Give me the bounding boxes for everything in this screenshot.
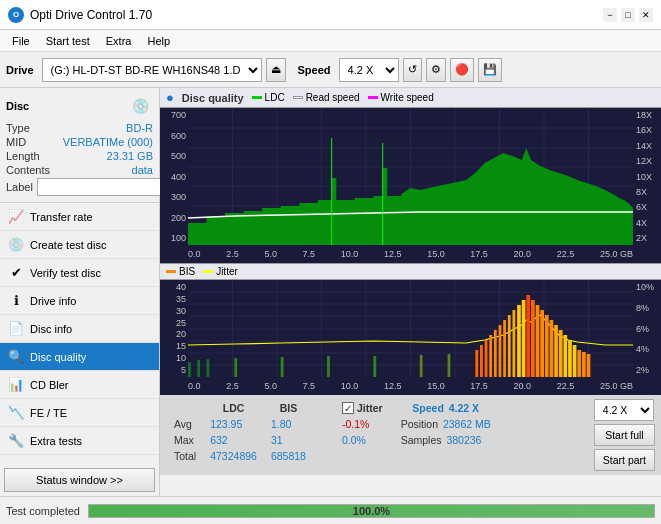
jitter-checkbox-row: ✓ Jitter <box>342 402 383 414</box>
create-disc-icon: 💿 <box>8 237 24 253</box>
position-value: 23862 MB <box>443 418 491 430</box>
menu-extra[interactable]: Extra <box>98 33 140 49</box>
jitter-checkbox[interactable]: ✓ <box>342 402 354 414</box>
menu-start-test[interactable]: Start test <box>38 33 98 49</box>
avg-jitter: -0.1% <box>336 417 393 431</box>
svg-rect-51 <box>559 330 563 377</box>
svg-rect-35 <box>485 340 488 377</box>
menu-help[interactable]: Help <box>139 33 178 49</box>
svg-rect-50 <box>554 325 558 377</box>
disc-mid-value: VERBATIMe (000) <box>63 136 153 148</box>
max-label: Max <box>168 433 202 447</box>
chart1-area: 700 600 500 400 300 200 100 18X 16X 14X … <box>160 108 661 263</box>
svg-rect-44 <box>526 295 530 377</box>
save-button[interactable]: 💾 <box>478 58 502 82</box>
svg-rect-40 <box>508 315 511 377</box>
svg-rect-45 <box>531 300 535 377</box>
legend-jitter: Jitter <box>203 266 238 277</box>
total-bis: 685818 <box>265 449 312 463</box>
transfer-rate-icon: 📈 <box>8 209 24 225</box>
sidebar-item-cd-bler[interactable]: 📊 CD Bler <box>0 371 159 399</box>
drive-select[interactable]: (G:) HL-DT-ST BD-RE WH16NS48 1.D3 <box>42 58 262 82</box>
sidebar-item-extra-tests[interactable]: 🔧 Extra tests <box>0 427 159 455</box>
verify-disc-icon: ✔ <box>8 265 24 281</box>
eject-button[interactable]: ⏏ <box>266 58 286 82</box>
disc-icon-button[interactable]: 💿 <box>128 94 153 118</box>
sidebar: Disc 💿 Type BD-R MID VERBATIMe (000) Len… <box>0 88 160 496</box>
legend-write-speed: Write speed <box>368 92 434 103</box>
svg-rect-39 <box>503 320 506 377</box>
close-button[interactable]: ✕ <box>639 8 653 22</box>
svg-rect-64 <box>373 356 376 377</box>
bis-header: BIS <box>265 401 312 415</box>
svg-rect-47 <box>540 310 544 377</box>
avg-bis: 1.80 <box>265 417 312 431</box>
svg-rect-36 <box>489 335 492 377</box>
stats-panel: LDC BIS ✓ Jitter Speed 4.22 X <box>160 395 661 475</box>
svg-rect-33 <box>475 350 478 377</box>
svg-rect-54 <box>573 345 577 377</box>
sidebar-item-label: Verify test disc <box>30 267 101 279</box>
status-text: Test completed <box>6 505 80 517</box>
maximize-button[interactable]: □ <box>621 8 635 22</box>
app-icon: O <box>8 7 24 23</box>
progress-bar-container: 100.0% <box>88 504 655 518</box>
speed-select-toolbar[interactable]: 4.2 X <box>339 58 399 82</box>
sidebar-item-create-test-disc[interactable]: 💿 Create test disc <box>0 231 159 259</box>
svg-rect-62 <box>281 357 284 377</box>
svg-rect-34 <box>480 345 483 377</box>
chart2-svg <box>188 280 633 377</box>
status-window-button[interactable]: Status window >> <box>4 468 155 492</box>
svg-rect-63 <box>327 356 330 377</box>
minimize-button[interactable]: − <box>603 8 617 22</box>
drive-info-icon: ℹ <box>8 293 24 309</box>
disc-panel: Disc 💿 Type BD-R MID VERBATIMe (000) Len… <box>0 88 159 203</box>
speed-col-header: Speed 4.22 X <box>395 401 497 415</box>
main-content: Disc 💿 Type BD-R MID VERBATIMe (000) Len… <box>0 88 661 496</box>
burn-button[interactable]: 🔴 <box>450 58 474 82</box>
svg-rect-38 <box>499 325 502 377</box>
bottom-bar: Test completed 100.0% <box>0 496 661 524</box>
svg-rect-61 <box>234 358 237 377</box>
sidebar-item-disc-quality[interactable]: 🔍 Disc quality <box>0 343 159 371</box>
disc-label-input[interactable] <box>37 178 170 196</box>
legend-ldc: LDC <box>252 92 285 103</box>
sidebar-item-disc-info[interactable]: 📄 Disc info <box>0 315 159 343</box>
window-controls: − □ ✕ <box>603 8 653 22</box>
sidebar-item-label: FE / TE <box>30 407 67 419</box>
sidebar-item-label: Create test disc <box>30 239 106 251</box>
start-part-button[interactable]: Start part <box>594 449 655 471</box>
toolbar: Drive (G:) HL-DT-ST BD-RE WH16NS48 1.D3 … <box>0 52 661 88</box>
sidebar-item-drive-info[interactable]: ℹ Drive info <box>0 287 159 315</box>
sidebar-item-fe-te[interactable]: 📉 FE / TE <box>0 399 159 427</box>
samples-value: 380236 <box>446 434 481 446</box>
action-buttons: 4.2 X Start full Start part <box>594 399 655 471</box>
svg-rect-49 <box>550 320 554 377</box>
svg-rect-59 <box>197 360 200 377</box>
sidebar-item-label: Drive info <box>30 295 76 307</box>
start-full-button[interactable]: Start full <box>594 424 655 446</box>
svg-rect-52 <box>563 335 567 377</box>
menu-file[interactable]: File <box>4 33 38 49</box>
disc-length-value: 23.31 GB <box>107 150 153 162</box>
disc-type-value: BD-R <box>126 122 153 134</box>
chart1-title: Disc quality <box>182 92 244 104</box>
total-label: Total <box>168 449 202 463</box>
chart1-header: ● Disc quality LDC Read speed Write spee… <box>160 88 661 108</box>
ldc-header: LDC <box>204 401 263 415</box>
sidebar-item-label: Extra tests <box>30 435 82 447</box>
svg-rect-42 <box>517 305 521 377</box>
max-ldc: 632 <box>204 433 263 447</box>
disc-length-label: Length <box>6 150 40 162</box>
svg-rect-46 <box>536 305 540 377</box>
refresh-button[interactable]: ↺ <box>403 58 422 82</box>
sidebar-item-verify-test-disc[interactable]: ✔ Verify test disc <box>0 259 159 287</box>
max-bis: 31 <box>265 433 312 447</box>
sidebar-item-label: CD Bler <box>30 379 69 391</box>
speed-select-stats[interactable]: 4.2 X <box>594 399 654 421</box>
settings-button[interactable]: ⚙ <box>426 58 446 82</box>
sidebar-item-transfer-rate[interactable]: 📈 Transfer rate <box>0 203 159 231</box>
disc-title: Disc <box>6 100 29 112</box>
menu-bar: File Start test Extra Help <box>0 30 661 52</box>
chart2-header: BIS Jitter <box>160 263 661 280</box>
